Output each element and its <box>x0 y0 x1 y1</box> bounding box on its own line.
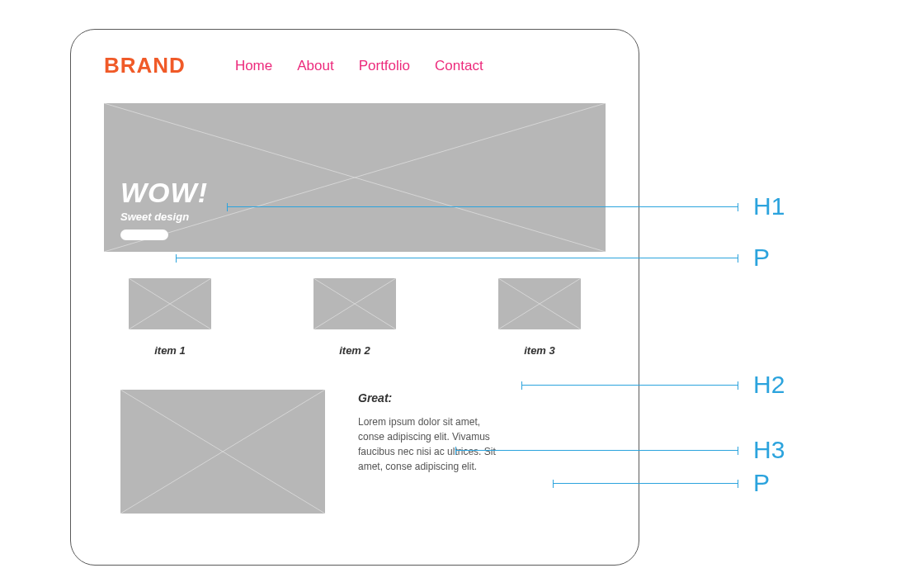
header: BRAND Home About Portfolio Contact <box>71 30 639 88</box>
item-label: item 2 <box>339 344 370 357</box>
annotation-line <box>521 385 738 386</box>
annotation-line <box>176 258 738 258</box>
items-row: item 1 item 2 item 3 <box>120 278 589 357</box>
annotation-h2: H2 <box>521 371 785 399</box>
annotation-line <box>553 483 738 484</box>
nav-home[interactable]: Home <box>235 58 272 74</box>
item-card: item 2 <box>305 278 404 357</box>
nav-contact[interactable]: Contact <box>435 58 483 74</box>
annotation-label: H1 <box>753 192 785 220</box>
hero-content: WOW! Sweet design <box>120 177 208 240</box>
primary-nav: Home About Portfolio Contact <box>235 58 483 74</box>
hero-subtitle: Sweet design <box>120 211 208 223</box>
annotation-line <box>227 206 738 207</box>
hero-image-placeholder: WOW! Sweet design <box>104 103 606 252</box>
nav-about[interactable]: About <box>297 58 333 74</box>
item-card: item 1 <box>120 278 219 357</box>
brand-logo: BRAND <box>104 53 186 78</box>
annotation-p: P <box>176 244 770 272</box>
annotation-label: P <box>753 469 770 497</box>
hero-title: WOW! <box>120 177 208 209</box>
item-thumbnail-placeholder <box>314 278 396 329</box>
item-thumbnail-placeholder <box>129 278 211 329</box>
nav-portfolio[interactable]: Portfolio <box>359 58 410 74</box>
cta-button-placeholder[interactable] <box>120 230 168 240</box>
annotation-p: P <box>553 469 770 497</box>
annotation-line <box>455 450 738 451</box>
item-card: item 3 <box>490 278 589 357</box>
annotation-label: H2 <box>753 371 785 399</box>
annotation-label: P <box>753 244 770 272</box>
annotation-h3: H3 <box>455 436 785 464</box>
annotation-label: H3 <box>753 436 785 464</box>
annotation-h1: H1 <box>227 192 785 220</box>
detail-image-placeholder <box>120 390 325 514</box>
item-thumbnail-placeholder <box>498 278 581 329</box>
item-label: item 3 <box>524 344 555 357</box>
item-label: item 1 <box>154 344 186 357</box>
